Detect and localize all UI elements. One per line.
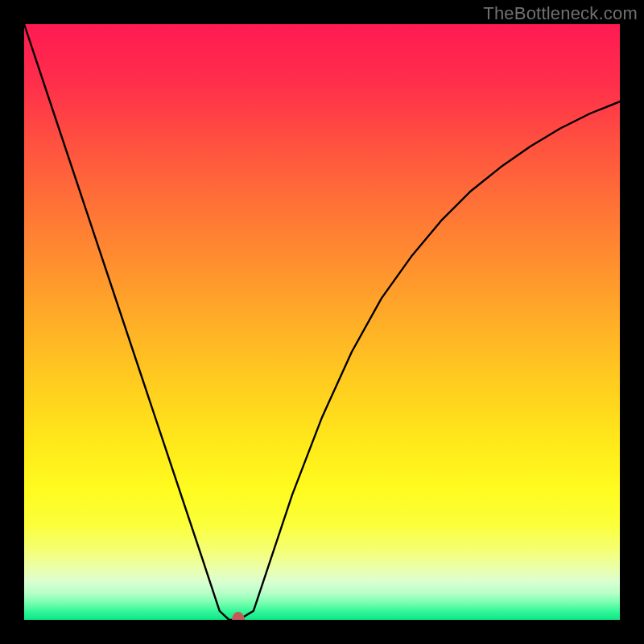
plot-area: [24, 24, 620, 620]
bottleneck-curve: [24, 24, 620, 620]
chart-frame: TheBottleneck.com: [0, 0, 644, 644]
watermark-text: TheBottleneck.com: [483, 3, 638, 24]
